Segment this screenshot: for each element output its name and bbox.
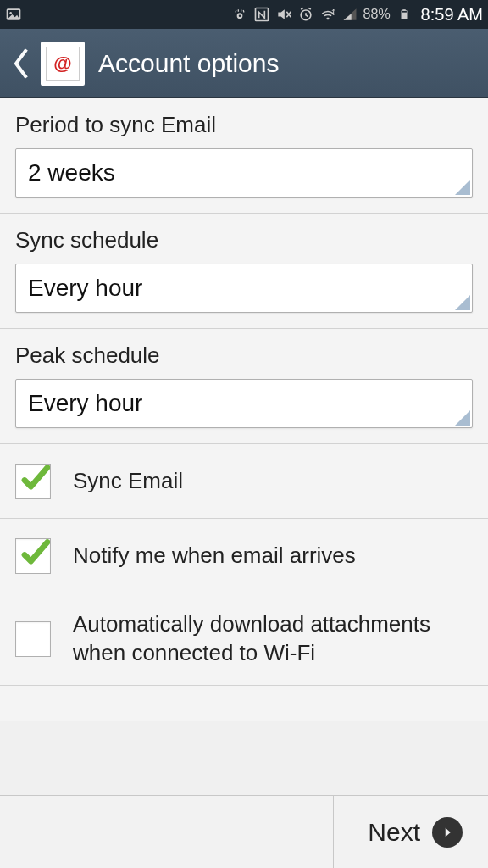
back-button[interactable] <box>7 42 36 86</box>
peak-schedule-section: Peak schedule Every hour <box>0 329 488 444</box>
notify-row[interactable]: Notify me when email arrives <box>0 519 488 593</box>
settings-content: Period to sync Email 2 weeks Sync schedu… <box>0 98 488 721</box>
sync-schedule-section: Sync schedule Every hour <box>0 214 488 329</box>
status-time: 8:59 AM <box>421 5 483 25</box>
peak-schedule-dropdown[interactable]: Every hour <box>15 379 473 428</box>
auto-download-row[interactable]: Automatically download attachments when … <box>0 593 488 686</box>
period-sync-value: 2 weeks <box>28 159 115 186</box>
auto-download-label: Automatically download attachments when … <box>73 610 473 668</box>
dropdown-corner-icon <box>455 180 470 195</box>
next-label: Next <box>368 818 420 847</box>
next-button[interactable]: Next <box>333 796 488 868</box>
sync-schedule-label: Sync schedule <box>15 227 473 253</box>
svg-rect-7 <box>402 9 406 11</box>
sync-email-row[interactable]: Sync Email <box>0 444 488 519</box>
svg-rect-8 <box>402 11 407 13</box>
spacer <box>0 686 488 721</box>
page-title: Account options <box>98 49 279 78</box>
peak-schedule-label: Peak schedule <box>15 342 473 369</box>
eye-icon <box>231 6 248 23</box>
chevron-right-circle-icon <box>432 817 463 848</box>
auto-download-checkbox[interactable] <box>15 621 51 657</box>
battery-icon <box>396 6 413 23</box>
alarm-icon <box>297 6 314 23</box>
check-icon <box>19 535 50 572</box>
app-header: @ Account options <box>0 29 488 98</box>
svg-point-1 <box>9 12 12 14</box>
peak-schedule-value: Every hour <box>28 390 142 416</box>
svg-point-3 <box>238 14 241 17</box>
email-app-icon: @ <box>41 42 85 86</box>
sync-schedule-dropdown[interactable]: Every hour <box>15 264 473 313</box>
period-sync-dropdown[interactable]: 2 weeks <box>15 148 473 198</box>
period-sync-label: Period to sync Email <box>15 112 473 138</box>
footer: Next <box>0 795 488 868</box>
sync-schedule-value: Every hour <box>28 275 142 301</box>
period-sync-section: Period to sync Email 2 weeks <box>0 98 488 214</box>
picture-icon <box>5 6 22 23</box>
wifi-icon <box>319 6 336 23</box>
sync-email-checkbox[interactable] <box>15 464 51 499</box>
nfc-icon <box>253 6 270 23</box>
mute-icon <box>275 6 292 23</box>
dropdown-corner-icon <box>455 295 470 310</box>
status-bar: 88% 8:59 AM <box>0 0 488 29</box>
dropdown-corner-icon <box>455 410 470 426</box>
notify-checkbox[interactable] <box>15 538 51 574</box>
signal-icon <box>341 6 358 23</box>
check-icon <box>19 460 50 498</box>
battery-percent: 88% <box>363 7 391 22</box>
sync-email-label: Sync Email <box>73 467 183 496</box>
notify-label: Notify me when email arrives <box>73 542 356 570</box>
